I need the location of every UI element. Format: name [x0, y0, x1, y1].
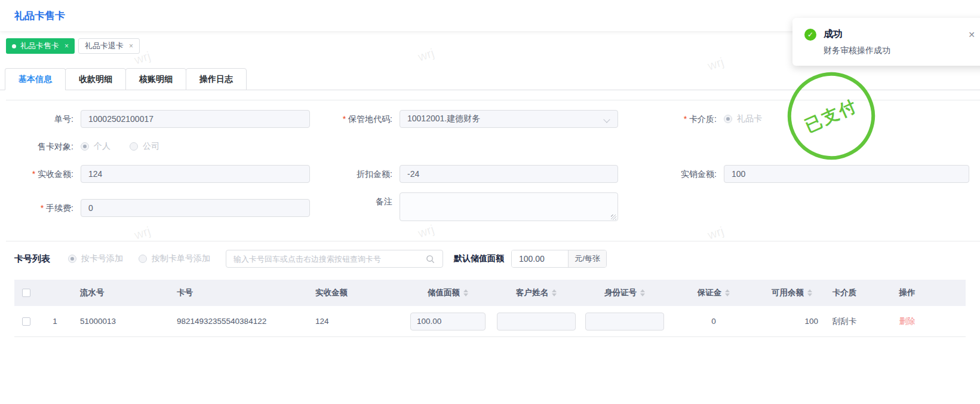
discount-amount-label: 折扣金额: — [310, 165, 400, 183]
col-action: 操作 — [864, 287, 951, 298]
radio-icon — [724, 115, 732, 123]
remark-textarea[interactable] — [400, 192, 618, 221]
card-table-header: 流水号 卡号 实收金额 储值面额 客户姓名 身份证号 保证金 可用余额 卡介质 … — [14, 280, 966, 306]
search-icon[interactable] — [423, 252, 437, 265]
sort-icon[interactable] — [725, 289, 730, 296]
row-index: 1 — [38, 317, 72, 326]
toast-title: 成功 — [824, 28, 843, 41]
chevron-down-icon — [603, 116, 610, 123]
field-storage-code: *保管地代码: 10012001.建德财务 — [310, 110, 618, 128]
radio-individual[interactable]: 个人 — [81, 141, 110, 152]
sales-amount-label: 实销金额: — [618, 165, 724, 183]
tag-label: 礼品卡售卡 — [20, 41, 59, 51]
radio-gift-card[interactable]: 礼品卡 — [724, 114, 762, 124]
radio-company[interactable]: 公司 — [130, 141, 159, 152]
col-serial: 流水号 — [72, 287, 167, 298]
toast-message: 财务审核操作成功 — [824, 45, 980, 56]
remark-label: 备注 — [310, 192, 400, 210]
row-card-no: 98214932355540384122 — [167, 317, 305, 326]
card-no-search — [226, 250, 443, 268]
field-fee: *手续费: — [6, 192, 310, 223]
col-medium: 卡介质 — [825, 287, 864, 298]
order-no-input[interactable] — [81, 110, 310, 128]
field-sales-amount: 实销金额: — [618, 165, 969, 183]
sale-target-label: 售卡对象: — [6, 137, 81, 155]
tab-operation-log[interactable]: 操作日志 — [186, 68, 247, 90]
field-discount-amount: 折扣金额: — [310, 165, 618, 183]
col-deposit[interactable]: 保证金 — [669, 287, 758, 298]
field-remark: 备注 — [310, 192, 618, 223]
radio-icon — [130, 142, 138, 151]
row-balance: 100 — [758, 317, 825, 326]
close-icon[interactable]: × — [64, 42, 69, 50]
active-dot-icon — [12, 44, 16, 48]
storage-code-label: *保管地代码: — [310, 110, 400, 128]
row-deposit: 0 — [669, 317, 758, 326]
col-id-no[interactable]: 身份证号 — [580, 287, 669, 298]
order-no-label: 单号: — [6, 110, 81, 128]
field-order-no: 单号: — [6, 110, 310, 128]
sort-icon[interactable] — [807, 289, 812, 296]
radio-add-by-order-no[interactable]: 按制卡单号添加 — [139, 253, 210, 264]
row-customer-input[interactable] — [497, 313, 576, 330]
tag-label: 礼品卡退卡 — [85, 41, 124, 51]
radio-icon — [81, 142, 89, 151]
discount-amount-input[interactable] — [400, 165, 618, 183]
close-icon[interactable]: × — [129, 42, 133, 50]
tab-basic-info[interactable]: 基本信息 — [5, 68, 66, 90]
success-check-icon: ✓ — [804, 29, 816, 41]
received-amount-input[interactable] — [81, 165, 310, 183]
default-face-value-input[interactable] — [512, 250, 568, 267]
row-checkbox[interactable] — [22, 317, 30, 326]
default-face-value-unit: 元/每张 — [568, 250, 606, 267]
card-no-search-input[interactable] — [234, 255, 423, 264]
tab-reconciliation-detail[interactable]: 核账明细 — [125, 68, 186, 90]
storage-code-select[interactable]: 10012001.建德财务 — [400, 110, 618, 128]
resize-handle-icon[interactable] — [611, 215, 616, 220]
success-toast: ✓ 成功 财务审核操作成功 ✕ — [792, 18, 980, 66]
sort-icon[interactable] — [552, 289, 557, 296]
row-serial: 51000013 — [72, 317, 167, 326]
row-face-value-input[interactable] — [410, 313, 486, 330]
row-medium: 刮刮卡 — [825, 316, 864, 327]
card-table: 流水号 卡号 实收金额 储值面额 客户姓名 身份证号 保证金 可用余额 卡介质 … — [14, 280, 966, 337]
tag-gift-card-sale[interactable]: 礼品卡售卡 × — [6, 38, 75, 54]
card-list-title: 卡号列表 — [14, 253, 50, 265]
close-icon[interactable]: ✕ — [968, 30, 975, 39]
page-title: 礼品卡售卡 — [14, 9, 65, 23]
col-received: 实收金额 — [305, 287, 404, 298]
card-medium-label: *卡介质: — [618, 110, 724, 128]
radio-add-by-card-no[interactable]: 按卡号添加 — [68, 253, 123, 264]
fee-label: *手续费: — [6, 199, 81, 217]
default-face-value-label: 默认储值面额 — [454, 253, 504, 264]
col-balance[interactable]: 可用余额 — [758, 287, 825, 298]
default-face-value-group: 元/每张 — [511, 250, 607, 268]
col-customer[interactable]: 客户姓名 — [492, 287, 580, 298]
row-id-no-input[interactable] — [585, 313, 664, 330]
radio-icon — [68, 255, 76, 263]
received-amount-label: *实收金额: — [6, 165, 81, 183]
card-list-toolbar: 卡号列表 按卡号添加 按制卡单号添加 默认储值面额 元/每张 — [14, 250, 980, 268]
radio-icon — [139, 255, 147, 263]
field-sale-target: 售卡对象: 个人 公司 — [6, 137, 310, 155]
tag-gift-card-refund[interactable]: 礼品卡退卡 × — [78, 38, 140, 54]
sort-icon[interactable] — [640, 289, 645, 296]
delete-row-button[interactable]: 删除 — [899, 316, 916, 327]
storage-code-value: 10012001.建德财务 — [407, 114, 480, 124]
select-all-checkbox[interactable] — [22, 289, 30, 297]
field-received-amount: *实收金额: — [6, 165, 310, 183]
sort-icon[interactable] — [463, 289, 468, 296]
table-row: 1 51000013 98214932355540384122 124 0 10… — [14, 306, 966, 337]
col-card-no: 卡号 — [167, 287, 305, 298]
sales-amount-input[interactable] — [724, 165, 969, 183]
row-received: 124 — [305, 317, 404, 326]
col-face-value[interactable]: 储值面额 — [404, 287, 492, 298]
fee-input[interactable] — [81, 199, 310, 217]
tab-payment-detail[interactable]: 收款明细 — [65, 68, 126, 90]
